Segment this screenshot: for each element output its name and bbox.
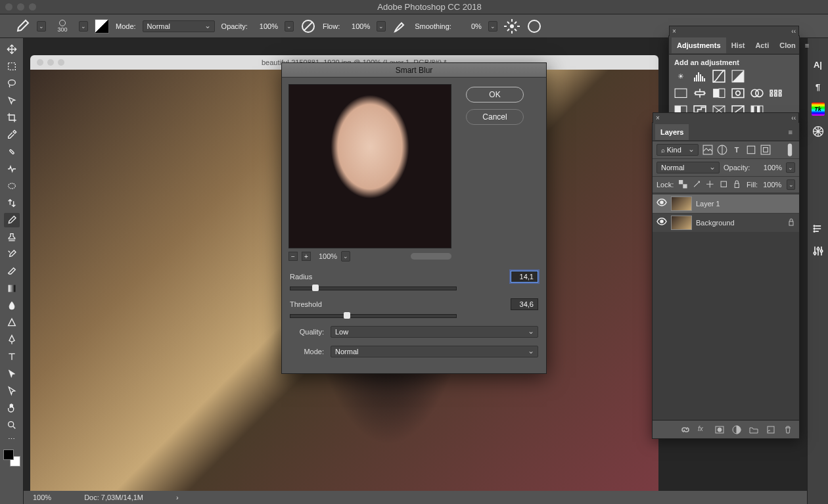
hand-tool-icon[interactable] — [4, 401, 20, 415]
history-brush-tool-icon[interactable] — [4, 247, 20, 262]
pen-tool-icon[interactable] — [4, 332, 20, 347]
channel-mixer-icon[interactable] — [770, 87, 783, 99]
blur-tool-icon[interactable] — [4, 298, 20, 313]
swap-tool-icon[interactable] — [4, 196, 20, 210]
zoom-level[interactable]: 100% — [33, 493, 51, 501]
stamp-tool-icon[interactable] — [4, 230, 20, 244]
smoothing-options-icon[interactable] — [504, 18, 520, 34]
preview-scrollbar[interactable] — [411, 253, 451, 260]
flow-chevron-icon[interactable]: ⌄ — [377, 21, 386, 32]
tab-layers[interactable]: Layers — [655, 124, 689, 140]
eyedropper-tool-icon[interactable] — [4, 127, 20, 142]
mask-icon[interactable] — [715, 425, 724, 434]
layer-row[interactable]: Layer 1 — [653, 195, 799, 213]
airbrush-icon[interactable] — [392, 18, 408, 34]
zoom-chevron-icon[interactable]: ⌄ — [341, 251, 350, 262]
fx-icon[interactable]: fx — [698, 425, 707, 434]
filter-toggle-icon[interactable] — [785, 145, 795, 155]
type-tool-icon[interactable] — [4, 350, 20, 364]
fill-value[interactable]: 100% — [763, 181, 781, 189]
close-icon[interactable]: × — [672, 28, 676, 35]
dodge-tool-icon[interactable] — [4, 315, 20, 330]
threshold-input[interactable]: 34,6 — [511, 298, 538, 310]
brush-preview[interactable]: 300 — [53, 20, 72, 33]
gradient-tool-icon[interactable] — [4, 281, 20, 296]
opacity-chevron-icon[interactable]: ⌄ — [786, 162, 795, 173]
paragraph-panel-icon[interactable]: ¶ — [812, 80, 825, 93]
character-panel-icon[interactable]: A| — [812, 58, 825, 71]
crop-tool-icon[interactable] — [4, 110, 20, 125]
quick-select-tool-icon[interactable] — [4, 93, 20, 108]
eraser-tool-icon[interactable] — [4, 264, 20, 279]
brush-panel-toggle-icon[interactable] — [95, 19, 109, 34]
smoothing-value[interactable]: 0% — [458, 22, 482, 30]
pressure-size-icon[interactable] — [526, 18, 542, 34]
frequency-tool-icon[interactable] — [4, 162, 20, 176]
more-tools-icon[interactable]: ⋯ — [4, 435, 20, 443]
properties-panel-icon[interactable] — [812, 222, 825, 235]
color-balance-icon[interactable] — [712, 87, 725, 99]
panel-drag-bar[interactable]: ×‹‹ — [653, 112, 799, 123]
layer-row[interactable]: Background — [653, 214, 799, 232]
hue-sat-icon[interactable] — [693, 87, 706, 99]
blend-mode-select[interactable]: Normal — [143, 20, 215, 32]
delete-layer-icon[interactable] — [783, 425, 793, 434]
lock-transparency-icon[interactable] — [679, 180, 687, 189]
healing-tool-icon[interactable] — [4, 145, 20, 159]
layer-name[interactable]: Layer 1 — [696, 200, 720, 208]
brush-settings-chevron-icon[interactable]: ⌄ — [79, 21, 88, 32]
vibrance-icon[interactable] — [674, 87, 687, 99]
panel-menu-icon[interactable]: ≡ — [785, 128, 796, 136]
filter-pixel-icon[interactable] — [702, 145, 713, 155]
direct-select-tool-icon[interactable] — [4, 384, 20, 398]
close-window-icon[interactable] — [5, 3, 12, 11]
dialog-mode-select[interactable]: Normal — [331, 346, 538, 357]
threshold-slider[interactable] — [290, 314, 457, 318]
radius-slider[interactable] — [290, 286, 457, 290]
tab-actions[interactable]: Acti — [750, 37, 774, 53]
panel-menu-icon[interactable]: ≡ — [801, 41, 813, 49]
filter-kind-select[interactable]: ⌕ Kind — [656, 144, 699, 156]
lock-pixels-icon[interactable] — [693, 180, 701, 189]
cancel-button[interactable]: Cancel — [466, 109, 524, 125]
opacity-chevron-icon[interactable]: ⌄ — [285, 21, 294, 32]
move-tool-icon[interactable] — [4, 42, 20, 57]
zoom-out-button[interactable]: − — [288, 252, 298, 261]
lasso-tool-icon[interactable] — [4, 76, 20, 91]
visibility-icon[interactable] — [656, 218, 667, 228]
filter-adjustment-icon[interactable] — [717, 145, 727, 155]
adjustments-panel-icon[interactable] — [812, 244, 825, 258]
group-icon[interactable] — [749, 425, 758, 434]
radius-input[interactable]: 14,1 — [511, 271, 538, 283]
flow-value[interactable]: 100% — [346, 22, 370, 30]
brush-tool-icon[interactable] — [14, 18, 30, 34]
zoom-window-icon[interactable] — [29, 3, 36, 11]
layer-blend-select[interactable]: Normal — [656, 162, 720, 173]
ok-button[interactable]: OK — [466, 87, 524, 103]
curves-icon[interactable] — [712, 70, 725, 82]
bw-icon[interactable] — [731, 87, 745, 99]
brush-preset-chevron-icon[interactable]: ⌄ — [37, 21, 46, 32]
photo-filter-icon[interactable] — [750, 87, 764, 99]
lock-position-icon[interactable] — [706, 180, 714, 189]
tk-panel-icon[interactable]: Tk — [812, 103, 825, 116]
color-swatches[interactable] — [3, 449, 20, 467]
fill-chevron-icon[interactable]: ⌄ — [787, 179, 795, 190]
filter-smart-icon[interactable] — [760, 145, 771, 155]
tab-history[interactable]: Hist — [726, 37, 750, 53]
zoom-tool-icon[interactable] — [4, 418, 20, 432]
adjustment-layer-icon[interactable] — [732, 425, 741, 434]
smoothing-chevron-icon[interactable]: ⌄ — [488, 21, 497, 32]
zoom-in-button[interactable]: + — [302, 252, 311, 261]
new-layer-icon[interactable] — [766, 425, 775, 434]
panel-drag-bar[interactable]: ×‹‹ — [669, 26, 799, 36]
layer-name[interactable]: Background — [696, 219, 735, 227]
status-chevron-icon[interactable]: › — [176, 493, 179, 501]
levels-icon[interactable] — [693, 70, 706, 82]
exposure-icon[interactable] — [731, 70, 745, 82]
layer-thumbnail[interactable] — [671, 216, 692, 230]
lock-artboard-icon[interactable] — [720, 180, 728, 189]
layer-opacity-value[interactable]: 100% — [764, 164, 782, 172]
quality-select[interactable]: Low — [331, 326, 538, 338]
foreground-color-swatch[interactable] — [3, 449, 14, 460]
